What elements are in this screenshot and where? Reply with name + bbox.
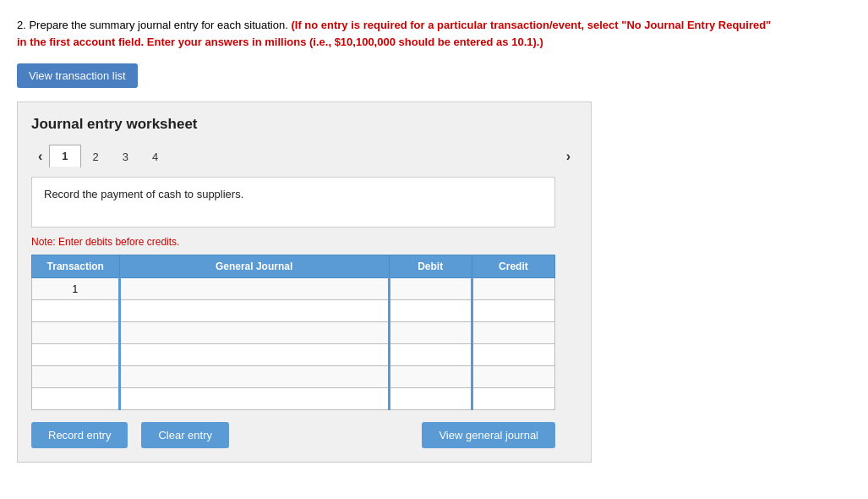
- view-transaction-button[interactable]: View transaction list: [17, 63, 138, 88]
- credit-input[interactable]: [473, 344, 554, 365]
- table-row: [32, 388, 555, 410]
- credit-cell[interactable]: [472, 322, 554, 344]
- table-row: 1: [32, 278, 555, 300]
- credit-cell[interactable]: [472, 366, 554, 388]
- credit-input[interactable]: [473, 366, 554, 387]
- general-journal-input[interactable]: [121, 278, 388, 299]
- debit-input[interactable]: [390, 388, 471, 409]
- debit-cell[interactable]: [389, 322, 472, 344]
- credit-cell[interactable]: [472, 300, 554, 322]
- table-row: [32, 322, 555, 344]
- transaction-cell: [32, 388, 120, 410]
- col-header-credit: Credit: [472, 255, 554, 278]
- debit-input[interactable]: [390, 366, 471, 387]
- debit-cell[interactable]: [389, 344, 472, 366]
- general-journal-cell[interactable]: [119, 344, 389, 366]
- col-header-transaction: Transaction: [32, 255, 120, 278]
- next-tab-button[interactable]: ›: [560, 145, 577, 167]
- transaction-cell: [32, 366, 120, 388]
- tab-2[interactable]: 2: [81, 146, 111, 167]
- debit-input[interactable]: [390, 322, 471, 343]
- general-journal-input[interactable]: [121, 322, 388, 343]
- credit-cell[interactable]: [472, 344, 554, 366]
- debit-cell[interactable]: [389, 300, 472, 322]
- credit-input[interactable]: [473, 388, 554, 409]
- general-journal-input[interactable]: [121, 344, 388, 365]
- worksheet-title: Journal entry worksheet: [31, 116, 577, 133]
- general-journal-cell[interactable]: [119, 388, 389, 410]
- col-header-debit: Debit: [389, 255, 472, 278]
- transaction-cell: [32, 322, 120, 344]
- worksheet-container: Journal entry worksheet ‹ 1 2 3 4 › Reco…: [17, 101, 592, 463]
- instruction-part1: 2. Prepare the summary journal entry for…: [17, 19, 291, 31]
- tab-navigation: ‹ 1 2 3 4 ›: [31, 145, 577, 168]
- description-text: Record the payment of cash to suppliers.: [44, 188, 243, 200]
- table-row: [32, 300, 555, 322]
- debit-cell[interactable]: [389, 366, 472, 388]
- note-text: Note: Enter debits before credits.: [31, 236, 577, 248]
- description-box: Record the payment of cash to suppliers.: [31, 177, 555, 228]
- instructions: 2. Prepare the summary journal entry for…: [17, 17, 778, 50]
- prev-tab-button[interactable]: ‹: [31, 145, 49, 167]
- credit-cell[interactable]: [472, 388, 554, 410]
- journal-table: Transaction General Journal Debit Credit…: [31, 255, 555, 410]
- credit-cell[interactable]: [472, 278, 554, 300]
- transaction-cell: 1: [32, 278, 120, 300]
- record-entry-button[interactable]: Record entry: [31, 422, 128, 448]
- debit-input[interactable]: [390, 344, 471, 365]
- credit-input[interactable]: [473, 278, 554, 299]
- tab-3[interactable]: 3: [111, 146, 140, 167]
- col-header-general-journal: General Journal: [119, 255, 389, 278]
- general-journal-input[interactable]: [121, 388, 388, 409]
- debit-cell[interactable]: [389, 278, 472, 300]
- general-journal-cell[interactable]: [119, 278, 389, 300]
- credit-input[interactable]: [473, 322, 554, 343]
- view-general-journal-button[interactable]: View general journal: [422, 422, 555, 448]
- debit-cell[interactable]: [389, 388, 472, 410]
- table-row: [32, 366, 555, 388]
- general-journal-cell[interactable]: [119, 300, 389, 322]
- transaction-cell: [32, 300, 120, 322]
- table-row: [32, 344, 555, 366]
- general-journal-input[interactable]: [121, 300, 388, 321]
- action-buttons: Record entry Clear entry View general jo…: [31, 422, 555, 448]
- tab-1[interactable]: 1: [49, 145, 80, 168]
- general-journal-input[interactable]: [121, 366, 388, 387]
- debit-input[interactable]: [390, 278, 471, 299]
- debit-input[interactable]: [390, 300, 471, 321]
- transaction-cell: [32, 344, 120, 366]
- general-journal-cell[interactable]: [119, 366, 389, 388]
- general-journal-cell[interactable]: [119, 322, 389, 344]
- tab-4[interactable]: 4: [140, 146, 170, 167]
- credit-input[interactable]: [473, 300, 554, 321]
- clear-entry-button[interactable]: Clear entry: [141, 422, 229, 448]
